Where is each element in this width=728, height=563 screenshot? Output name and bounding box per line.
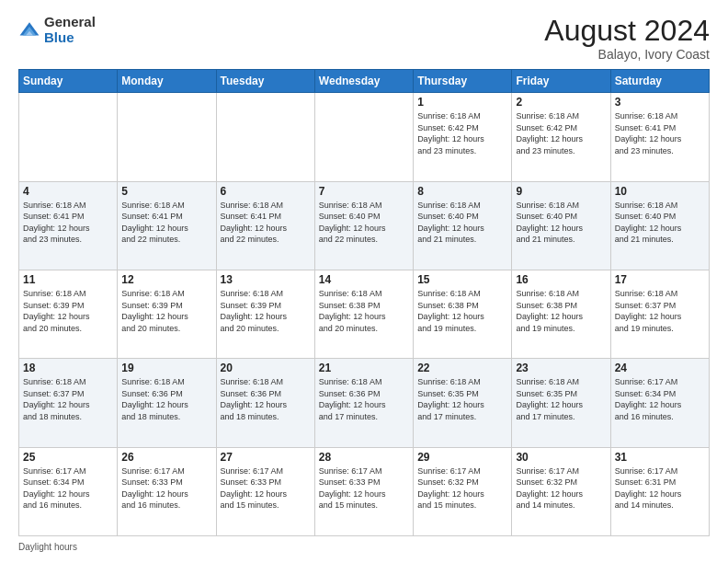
calendar-cell: 10Sunrise: 6:18 AM Sunset: 6:40 PM Dayli… [610,181,709,270]
day-info: Sunrise: 6:17 AM Sunset: 6:33 PM Dayligh… [121,465,211,511]
calendar-cell: 27Sunrise: 6:17 AM Sunset: 6:33 PM Dayli… [216,447,314,535]
day-number: 3 [615,96,705,109]
calendar-cell: 1Sunrise: 6:18 AM Sunset: 6:42 PM Daylig… [414,93,512,181]
day-info: Sunrise: 6:18 AM Sunset: 6:38 PM Dayligh… [516,288,606,334]
day-number: 27 [221,451,311,464]
calendar-cell: 8Sunrise: 6:18 AM Sunset: 6:40 PM Daylig… [414,181,512,270]
day-info: Sunrise: 6:18 AM Sunset: 6:35 PM Dayligh… [516,376,606,422]
day-info: Sunrise: 6:17 AM Sunset: 6:32 PM Dayligh… [417,465,507,511]
calendar-cell: 7Sunrise: 6:18 AM Sunset: 6:40 PM Daylig… [314,181,413,270]
calendar-header-row: Sunday Monday Tuesday Wednesday Thursday… [19,70,710,93]
day-number: 8 [417,185,507,198]
day-number: 24 [615,362,705,374]
day-info: Sunrise: 6:18 AM Sunset: 6:41 PM Dayligh… [23,200,113,246]
day-number: 16 [516,273,606,286]
logo-icon [18,19,40,41]
day-number: 14 [319,273,409,286]
main-title: August 2024 [544,15,710,47]
day-info: Sunrise: 6:18 AM Sunset: 6:37 PM Dayligh… [615,288,705,334]
daylight-label: Daylight hours [18,542,77,552]
calendar-cell: 17Sunrise: 6:18 AM Sunset: 6:37 PM Dayli… [610,270,709,358]
calendar-cell [314,93,413,181]
calendar-table: Sunday Monday Tuesday Wednesday Thursday… [18,69,710,536]
logo-text: General Blue [44,15,96,45]
col-friday: Friday [512,70,610,93]
calendar-cell: 19Sunrise: 6:18 AM Sunset: 6:36 PM Dayli… [118,359,216,447]
day-info: Sunrise: 6:18 AM Sunset: 6:40 PM Dayligh… [319,200,409,246]
day-number: 13 [221,273,311,286]
col-wednesday: Wednesday [314,70,413,93]
calendar-cell: 14Sunrise: 6:18 AM Sunset: 6:38 PM Dayli… [314,270,413,358]
day-info: Sunrise: 6:17 AM Sunset: 6:34 PM Dayligh… [615,376,705,422]
calendar-cell: 11Sunrise: 6:18 AM Sunset: 6:39 PM Dayli… [19,270,118,358]
calendar-cell: 31Sunrise: 6:17 AM Sunset: 6:31 PM Dayli… [610,447,709,535]
col-sunday: Sunday [19,70,118,93]
day-number: 19 [121,362,211,374]
day-info: Sunrise: 6:18 AM Sunset: 6:38 PM Dayligh… [319,288,409,334]
day-info: Sunrise: 6:18 AM Sunset: 6:40 PM Dayligh… [516,200,606,246]
calendar-cell [19,93,118,181]
day-info: Sunrise: 6:18 AM Sunset: 6:41 PM Dayligh… [615,110,705,156]
day-info: Sunrise: 6:17 AM Sunset: 6:31 PM Dayligh… [615,465,705,511]
day-info: Sunrise: 6:18 AM Sunset: 6:39 PM Dayligh… [221,288,311,334]
calendar-cell: 16Sunrise: 6:18 AM Sunset: 6:38 PM Dayli… [512,270,610,358]
calendar-cell: 5Sunrise: 6:18 AM Sunset: 6:41 PM Daylig… [118,181,216,270]
day-info: Sunrise: 6:18 AM Sunset: 6:38 PM Dayligh… [417,288,507,334]
day-number: 23 [516,362,606,374]
calendar-week-4: 18Sunrise: 6:18 AM Sunset: 6:37 PM Dayli… [19,359,710,447]
day-info: Sunrise: 6:18 AM Sunset: 6:40 PM Dayligh… [615,200,705,246]
logo-blue-text: Blue [44,30,96,46]
day-number: 15 [417,273,507,286]
day-number: 5 [121,185,211,198]
calendar-cell [118,93,216,181]
col-tuesday: Tuesday [216,70,314,93]
footer: Daylight hours [18,542,710,552]
day-number: 10 [615,185,705,198]
calendar-cell: 23Sunrise: 6:18 AM Sunset: 6:35 PM Dayli… [512,359,610,447]
calendar-week-2: 4Sunrise: 6:18 AM Sunset: 6:41 PM Daylig… [19,181,710,270]
calendar-cell: 12Sunrise: 6:18 AM Sunset: 6:39 PM Dayli… [118,270,216,358]
title-block: August 2024 Balayo, Ivory Coast [544,15,710,62]
day-info: Sunrise: 6:18 AM Sunset: 6:42 PM Dayligh… [516,110,606,156]
calendar-cell: 21Sunrise: 6:18 AM Sunset: 6:36 PM Dayli… [314,359,413,447]
calendar-cell: 9Sunrise: 6:18 AM Sunset: 6:40 PM Daylig… [512,181,610,270]
calendar-cell: 30Sunrise: 6:17 AM Sunset: 6:32 PM Dayli… [512,447,610,535]
calendar-cell: 6Sunrise: 6:18 AM Sunset: 6:41 PM Daylig… [216,181,314,270]
day-info: Sunrise: 6:18 AM Sunset: 6:36 PM Dayligh… [121,376,211,422]
day-number: 29 [417,451,507,464]
calendar-cell: 29Sunrise: 6:17 AM Sunset: 6:32 PM Dayli… [414,447,512,535]
day-info: Sunrise: 6:18 AM Sunset: 6:37 PM Dayligh… [23,376,113,422]
calendar-cell: 26Sunrise: 6:17 AM Sunset: 6:33 PM Dayli… [118,447,216,535]
day-info: Sunrise: 6:18 AM Sunset: 6:36 PM Dayligh… [319,376,409,422]
header: General Blue August 2024 Balayo, Ivory C… [18,15,710,62]
day-info: Sunrise: 6:17 AM Sunset: 6:33 PM Dayligh… [221,465,311,511]
day-number: 7 [319,185,409,198]
day-number: 22 [417,362,507,374]
day-info: Sunrise: 6:17 AM Sunset: 6:33 PM Dayligh… [319,465,409,511]
day-number: 11 [23,273,113,286]
calendar-cell: 22Sunrise: 6:18 AM Sunset: 6:35 PM Dayli… [414,359,512,447]
day-info: Sunrise: 6:18 AM Sunset: 6:42 PM Dayligh… [417,110,507,156]
calendar-cell: 2Sunrise: 6:18 AM Sunset: 6:42 PM Daylig… [512,93,610,181]
day-info: Sunrise: 6:18 AM Sunset: 6:39 PM Dayligh… [121,288,211,334]
day-number: 12 [121,273,211,286]
day-number: 28 [319,451,409,464]
day-number: 9 [516,185,606,198]
calendar-week-5: 25Sunrise: 6:17 AM Sunset: 6:34 PM Dayli… [19,447,710,535]
col-thursday: Thursday [414,70,512,93]
calendar-week-3: 11Sunrise: 6:18 AM Sunset: 6:39 PM Dayli… [19,270,710,358]
day-number: 1 [417,96,507,109]
calendar-cell: 20Sunrise: 6:18 AM Sunset: 6:36 PM Dayli… [216,359,314,447]
day-number: 31 [615,451,705,464]
day-info: Sunrise: 6:18 AM Sunset: 6:41 PM Dayligh… [121,200,211,246]
day-number: 25 [23,451,113,464]
logo: General Blue [18,15,96,45]
day-info: Sunrise: 6:18 AM Sunset: 6:35 PM Dayligh… [417,376,507,422]
day-number: 30 [516,451,606,464]
day-number: 21 [319,362,409,374]
page: General Blue August 2024 Balayo, Ivory C… [0,0,728,563]
day-number: 26 [121,451,211,464]
day-info: Sunrise: 6:18 AM Sunset: 6:39 PM Dayligh… [23,288,113,334]
day-info: Sunrise: 6:18 AM Sunset: 6:41 PM Dayligh… [221,200,311,246]
day-number: 4 [23,185,113,198]
